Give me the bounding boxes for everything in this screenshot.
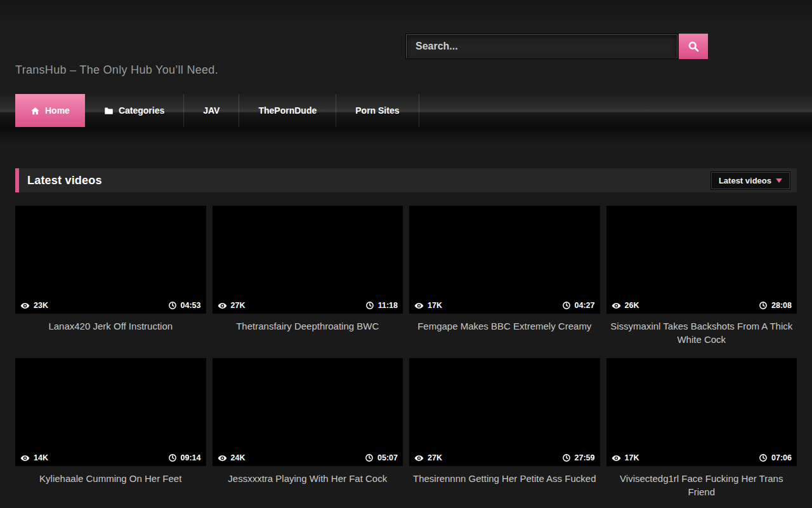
nav-item-label: Categories: [119, 105, 164, 116]
eye-icon: [612, 301, 621, 311]
video-meta: 26K 28:08: [606, 297, 797, 314]
eye-icon: [612, 453, 621, 463]
site-tagline: TransHub – The Only Hub You’ll Need.: [15, 64, 218, 77]
eye-icon: [218, 453, 227, 463]
clock-icon: [168, 453, 177, 462]
eye-icon: [218, 301, 227, 311]
view-count: 17K: [625, 453, 639, 462]
clock-icon: [168, 301, 177, 310]
search-input[interactable]: [406, 34, 678, 58]
home-icon: [30, 106, 40, 116]
eye-icon: [20, 301, 30, 311]
search-bar: [406, 34, 708, 59]
eye-icon: [20, 453, 30, 463]
video-meta: 23K 04:53: [15, 297, 206, 314]
video-thumbnail[interactable]: 27K 27:59: [409, 358, 600, 466]
video-card[interactable]: 24K 05:07 Jessxxxtra Playing With Her Fa…: [213, 358, 403, 508]
video-title[interactable]: Femgape Makes BBC Extremely Creamy: [409, 319, 600, 333]
video-card[interactable]: 14K 09:14 Kyliehaale Cumming On Her Feet: [15, 358, 206, 508]
video-title[interactable]: Thesirennnn Getting Her Petite Ass Fucke…: [409, 472, 600, 485]
video-duration: 04:53: [181, 301, 201, 310]
view-count: 23K: [34, 301, 48, 310]
video-meta: 24K 05:07: [213, 450, 403, 466]
clock-icon: [365, 453, 374, 462]
folder-icon: [104, 106, 114, 116]
video-meta: 14K 09:14: [15, 450, 206, 466]
page-header: TransHub – The Only Hub You’ll Need.: [0, 0, 812, 94]
main-nav: Home Categories JAV ThePornDude Porn Sit…: [0, 94, 812, 127]
video-title[interactable]: Lanax420 Jerk Off Instruction: [15, 319, 206, 333]
clock-icon: [365, 301, 374, 310]
video-duration: 05:07: [377, 453, 398, 462]
video-thumbnail[interactable]: 27K 11:18: [213, 206, 403, 314]
video-card[interactable]: 17K 04:27 Femgape Makes BBC Extremely Cr…: [409, 206, 600, 358]
view-count: 17K: [428, 301, 442, 310]
section-header: Latest videos Latest videos: [15, 168, 797, 192]
nav-item-porn-sites[interactable]: Porn Sites: [336, 94, 419, 127]
video-thumbnail[interactable]: 17K 07:06: [606, 358, 797, 466]
clock-icon: [759, 301, 768, 310]
video-grid: 23K 04:53 Lanax420 Jerk Off Instruction: [15, 206, 797, 508]
video-title[interactable]: Vivisectedg1rl Face Fucking Her Trans Fr…: [606, 472, 797, 498]
video-meta: 17K 04:27: [409, 297, 600, 314]
search-button[interactable]: [679, 34, 708, 59]
view-count: 27K: [231, 301, 246, 310]
video-thumbnail[interactable]: 24K 05:07: [213, 358, 403, 466]
clock-icon: [562, 453, 571, 462]
video-title[interactable]: Kyliehaale Cumming On Her Feet: [15, 472, 206, 485]
video-duration: 07:06: [771, 453, 792, 462]
magnifier-icon: [687, 40, 700, 53]
clock-icon: [759, 453, 768, 462]
video-card[interactable]: 27K 27:59 Thesirennnn Getting Her Petite…: [409, 358, 600, 508]
view-count: 14K: [34, 453, 48, 462]
clock-icon: [562, 301, 571, 310]
section-title: Latest videos: [27, 174, 102, 187]
view-count: 24K: [231, 453, 246, 462]
view-count: 27K: [428, 453, 442, 462]
video-title[interactable]: Sissymaxinl Takes Backshots From A Thick…: [606, 319, 797, 346]
view-count: 26K: [625, 301, 639, 310]
video-meta: 27K 27:59: [409, 450, 600, 466]
video-meta: 17K 07:06: [606, 450, 797, 466]
video-thumbnail[interactable]: 23K 04:53: [15, 206, 206, 314]
eye-icon: [414, 301, 424, 311]
video-duration: 09:14: [181, 453, 201, 462]
nav-item-label: ThePornDude: [258, 105, 317, 116]
video-card[interactable]: 17K 07:06 Vivisectedg1rl Face Fucking He…: [606, 358, 797, 508]
video-thumbnail[interactable]: 17K 04:27: [409, 206, 600, 314]
video-duration: 11:18: [378, 301, 398, 310]
caret-down-icon: [776, 178, 782, 183]
video-card[interactable]: 27K 11:18 Thetransfairy Deepthroating BW…: [213, 206, 403, 358]
nav-item-theporndude[interactable]: ThePornDude: [239, 94, 336, 127]
nav-item-home[interactable]: Home: [15, 94, 85, 127]
video-thumbnail[interactable]: 14K 09:14: [15, 358, 206, 466]
nav-item-label: JAV: [203, 105, 219, 116]
sort-dropdown-value: Latest videos: [719, 176, 771, 185]
nav-item-label: Home: [45, 105, 70, 116]
nav-shadow: [0, 127, 812, 147]
video-title[interactable]: Thetransfairy Deepthroating BWC: [213, 319, 403, 333]
video-duration: 04:27: [575, 301, 595, 310]
video-card[interactable]: 26K 28:08 Sissymaxinl Takes Backshots Fr…: [606, 206, 797, 358]
video-card[interactable]: 23K 04:53 Lanax420 Jerk Off Instruction: [15, 206, 206, 358]
video-title[interactable]: Jessxxxtra Playing With Her Fat Cock: [213, 472, 403, 485]
video-duration: 27:59: [575, 453, 595, 462]
nav-item-categories[interactable]: Categories: [85, 94, 184, 127]
nav-item-label: Porn Sites: [355, 105, 399, 116]
video-thumbnail[interactable]: 26K 28:08: [606, 206, 797, 314]
nav-item-jav[interactable]: JAV: [184, 94, 239, 127]
video-meta: 27K 11:18: [213, 297, 403, 314]
video-duration: 28:08: [771, 301, 792, 310]
eye-icon: [414, 453, 424, 463]
sort-dropdown[interactable]: Latest videos: [711, 172, 790, 189]
